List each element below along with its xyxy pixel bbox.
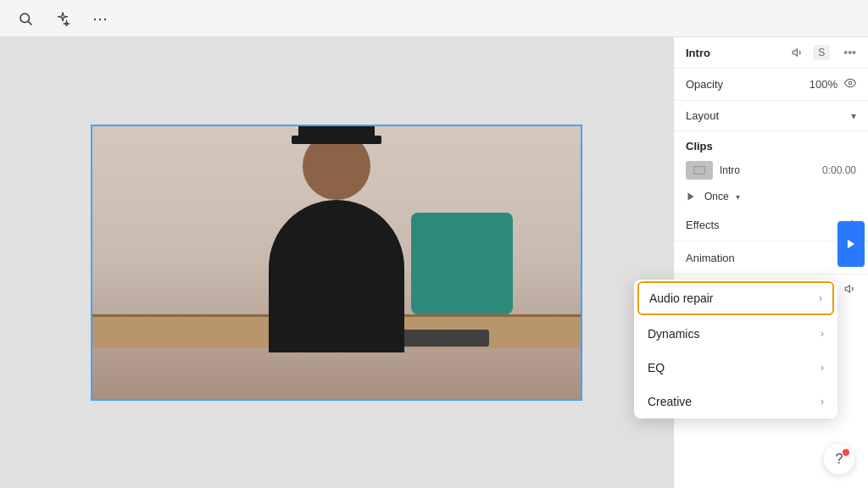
svg-marker-2 [793,49,797,56]
eq-chevron-icon: › [821,362,824,374]
chair-element [411,213,513,314]
eye-icon[interactable] [844,77,856,92]
clip-thumbnail [686,161,713,180]
svg-marker-9 [848,240,854,249]
audio-repair-chevron-icon: › [819,292,822,304]
intro-section-header: Intro S ••• [674,37,868,69]
clips-label: Clips [686,140,713,152]
chevron-down-icon: ▾ [851,110,856,122]
play-once-row[interactable]: Once ▾ [674,185,868,208]
intro-label: Intro [686,47,782,59]
opacity-row: Opacity 100% [674,69,868,101]
help-button[interactable]: ? [824,444,854,474]
video-frame [91,125,582,401]
intro-badge: S [813,45,830,60]
dropdown-item-creative[interactable]: Creative › [634,385,837,419]
dynamics-label: Dynamics [648,327,821,341]
creative-chevron-icon: › [821,396,824,408]
once-label: Once [704,191,729,202]
opacity-value: 100% [810,78,837,91]
audio-dropdown-menu: Audio repair › Dynamics › EQ › Creative … [634,280,837,419]
animation-label: Animation [686,252,847,264]
play-icon [686,190,699,203]
ai-enhance-button[interactable] [51,7,75,30]
dropdown-item-eq[interactable]: EQ › [634,351,837,385]
creative-label: Creative [648,395,821,408]
dropdown-item-audio-repair[interactable]: Audio repair › [637,281,834,315]
person-hat [298,125,375,141]
svg-rect-5 [694,167,704,174]
svg-line-1 [28,21,31,25]
clips-section-header: Clips [674,131,868,156]
clip-row[interactable]: Intro 0:00.00 [674,156,868,185]
canvas-area [0,37,673,488]
layout-row[interactable]: Layout ▾ [674,101,868,131]
dynamics-chevron-icon: › [821,328,824,340]
svg-point-0 [20,14,30,23]
once-chevron-icon: ▾ [736,192,740,202]
help-label: ? [836,452,843,467]
more-options-button[interactable]: ⋯ [88,7,112,30]
clip-name: Intro [720,164,815,176]
search-button[interactable] [14,7,37,30]
clip-time: 0:00.00 [822,164,856,176]
audio-icon [789,44,806,61]
person-body [269,200,404,352]
blue-action-button[interactable] [837,221,865,267]
dropdown-item-dynamics[interactable]: Dynamics › [634,317,837,351]
main-area: Intro S ••• Opacity 100% Layou [0,37,868,488]
eq-label: EQ [648,361,821,374]
layout-label: Layout [686,109,851,122]
audio-volume-icon[interactable] [844,283,856,297]
effects-label: Effects [686,219,847,231]
more-options-icon[interactable]: ••• [843,46,856,59]
top-toolbar: ⋯ [0,0,868,37]
person-figure [269,132,404,352]
audio-repair-label: Audio repair [649,291,819,305]
opacity-label: Opacity [686,78,810,91]
person-head [303,132,370,200]
svg-marker-8 [845,286,849,292]
svg-marker-6 [688,193,694,201]
svg-point-3 [849,81,852,85]
